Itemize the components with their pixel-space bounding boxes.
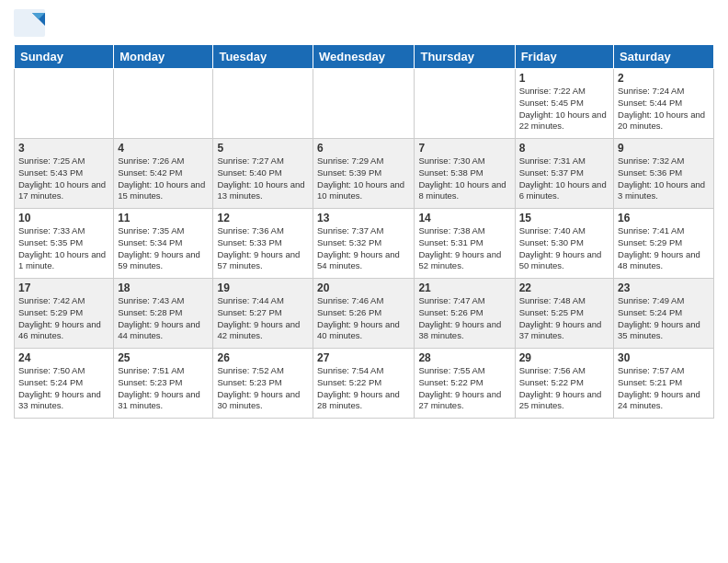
day-info: Sunrise: 7:30 AM Sunset: 5:38 PM Dayligh…: [418, 155, 510, 202]
day-info: Sunrise: 7:41 AM Sunset: 5:29 PM Dayligh…: [618, 225, 710, 272]
day-number: 14: [418, 212, 510, 224]
day-info: Sunrise: 7:48 AM Sunset: 5:25 PM Dayligh…: [519, 295, 609, 342]
day-number: 3: [18, 142, 109, 155]
calendar-cell: [313, 69, 415, 139]
calendar-cell: 15Sunrise: 7:40 AM Sunset: 5:30 PM Dayli…: [515, 209, 613, 279]
logo-icon: [14, 9, 45, 37]
day-info: Sunrise: 7:32 AM Sunset: 5:36 PM Dayligh…: [618, 155, 710, 202]
calendar-cell: 3Sunrise: 7:25 AM Sunset: 5:43 PM Daylig…: [15, 139, 114, 209]
header-sunday: Sunday: [15, 45, 114, 69]
day-number: 7: [418, 142, 510, 155]
calendar-cell: 17Sunrise: 7:42 AM Sunset: 5:29 PM Dayli…: [15, 279, 114, 349]
calendar-cell: 20Sunrise: 7:46 AM Sunset: 5:26 PM Dayli…: [313, 279, 415, 349]
calendar-cell: 12Sunrise: 7:36 AM Sunset: 5:33 PM Dayli…: [213, 209, 313, 279]
day-number: 21: [418, 282, 510, 294]
day-number: 15: [519, 212, 609, 224]
calendar-week-row: 1Sunrise: 7:22 AM Sunset: 5:45 PM Daylig…: [15, 69, 714, 139]
day-number: 5: [217, 142, 309, 155]
day-number: 11: [118, 212, 209, 224]
day-number: 1: [519, 72, 609, 85]
calendar-cell: 26Sunrise: 7:52 AM Sunset: 5:23 PM Dayli…: [213, 349, 313, 419]
day-info: Sunrise: 7:54 AM Sunset: 5:22 PM Dayligh…: [317, 365, 410, 412]
calendar-week-row: 3Sunrise: 7:25 AM Sunset: 5:43 PM Daylig…: [15, 139, 714, 209]
day-number: 16: [618, 212, 710, 224]
day-info: Sunrise: 7:50 AM Sunset: 5:24 PM Dayligh…: [18, 365, 109, 412]
calendar-cell: [213, 69, 313, 139]
calendar-cell: 13Sunrise: 7:37 AM Sunset: 5:32 PM Dayli…: [313, 209, 415, 279]
day-number: 28: [418, 351, 510, 364]
calendar-cell: 8Sunrise: 7:31 AM Sunset: 5:37 PM Daylig…: [515, 139, 613, 209]
header-tuesday: Tuesday: [213, 45, 313, 69]
calendar-table: Sunday Monday Tuesday Wednesday Thursday…: [14, 44, 714, 419]
page-header: [14, 9, 714, 37]
calendar-cell: 27Sunrise: 7:54 AM Sunset: 5:22 PM Dayli…: [313, 349, 415, 419]
calendar-cell: 2Sunrise: 7:24 AM Sunset: 5:44 PM Daylig…: [614, 69, 714, 139]
day-number: 2: [618, 72, 710, 85]
calendar-cell: 5Sunrise: 7:27 AM Sunset: 5:40 PM Daylig…: [213, 139, 313, 209]
day-number: 9: [618, 142, 710, 155]
calendar-cell: 6Sunrise: 7:29 AM Sunset: 5:39 PM Daylig…: [313, 139, 415, 209]
calendar-cell: 25Sunrise: 7:51 AM Sunset: 5:23 PM Dayli…: [114, 349, 213, 419]
day-info: Sunrise: 7:51 AM Sunset: 5:23 PM Dayligh…: [118, 365, 209, 412]
calendar-cell: 29Sunrise: 7:56 AM Sunset: 5:22 PM Dayli…: [515, 349, 613, 419]
logo: [14, 9, 45, 37]
day-number: 6: [317, 142, 410, 155]
day-info: Sunrise: 7:43 AM Sunset: 5:28 PM Dayligh…: [118, 295, 209, 342]
calendar-week-row: 24Sunrise: 7:50 AM Sunset: 5:24 PM Dayli…: [15, 349, 714, 419]
day-number: 8: [519, 142, 609, 155]
day-number: 19: [217, 282, 309, 294]
calendar-cell: 30Sunrise: 7:57 AM Sunset: 5:21 PM Dayli…: [614, 349, 714, 419]
day-info: Sunrise: 7:55 AM Sunset: 5:22 PM Dayligh…: [418, 365, 510, 412]
day-number: 23: [618, 282, 710, 294]
calendar-cell: 22Sunrise: 7:48 AM Sunset: 5:25 PM Dayli…: [515, 279, 613, 349]
day-info: Sunrise: 7:27 AM Sunset: 5:40 PM Dayligh…: [217, 155, 309, 202]
day-number: 25: [118, 351, 209, 364]
day-info: Sunrise: 7:40 AM Sunset: 5:30 PM Dayligh…: [519, 225, 609, 272]
calendar-week-row: 10Sunrise: 7:33 AM Sunset: 5:35 PM Dayli…: [15, 209, 714, 279]
day-info: Sunrise: 7:37 AM Sunset: 5:32 PM Dayligh…: [317, 225, 410, 272]
weekday-header-row: Sunday Monday Tuesday Wednesday Thursday…: [15, 45, 714, 69]
day-number: 10: [18, 212, 109, 224]
day-info: Sunrise: 7:36 AM Sunset: 5:33 PM Dayligh…: [217, 225, 309, 272]
calendar-cell: 16Sunrise: 7:41 AM Sunset: 5:29 PM Dayli…: [614, 209, 714, 279]
day-number: 4: [118, 142, 209, 155]
day-info: Sunrise: 7:57 AM Sunset: 5:21 PM Dayligh…: [618, 365, 710, 412]
day-number: 27: [317, 351, 410, 364]
calendar-cell: 19Sunrise: 7:44 AM Sunset: 5:27 PM Dayli…: [213, 279, 313, 349]
calendar-cell: 14Sunrise: 7:38 AM Sunset: 5:31 PM Dayli…: [415, 209, 515, 279]
day-info: Sunrise: 7:44 AM Sunset: 5:27 PM Dayligh…: [217, 295, 309, 342]
day-info: Sunrise: 7:49 AM Sunset: 5:24 PM Dayligh…: [618, 295, 710, 342]
calendar-week-row: 17Sunrise: 7:42 AM Sunset: 5:29 PM Dayli…: [15, 279, 714, 349]
day-number: 12: [217, 212, 309, 224]
calendar-cell: [15, 69, 114, 139]
day-number: 22: [519, 282, 609, 294]
day-info: Sunrise: 7:35 AM Sunset: 5:34 PM Dayligh…: [118, 225, 209, 272]
calendar-cell: 7Sunrise: 7:30 AM Sunset: 5:38 PM Daylig…: [415, 139, 515, 209]
calendar-cell: 1Sunrise: 7:22 AM Sunset: 5:45 PM Daylig…: [515, 69, 613, 139]
day-number: 29: [519, 351, 609, 364]
calendar-cell: 28Sunrise: 7:55 AM Sunset: 5:22 PM Dayli…: [415, 349, 515, 419]
day-info: Sunrise: 7:56 AM Sunset: 5:22 PM Dayligh…: [519, 365, 609, 412]
calendar-cell: 24Sunrise: 7:50 AM Sunset: 5:24 PM Dayli…: [15, 349, 114, 419]
calendar-cell: [415, 69, 515, 139]
day-number: 26: [217, 351, 309, 364]
day-info: Sunrise: 7:22 AM Sunset: 5:45 PM Dayligh…: [519, 86, 609, 132]
day-number: 17: [18, 282, 109, 294]
calendar-cell: 23Sunrise: 7:49 AM Sunset: 5:24 PM Dayli…: [614, 279, 714, 349]
calendar-cell: [114, 69, 213, 139]
header-wednesday: Wednesday: [313, 45, 415, 69]
calendar-cell: 9Sunrise: 7:32 AM Sunset: 5:36 PM Daylig…: [614, 139, 714, 209]
day-info: Sunrise: 7:33 AM Sunset: 5:35 PM Dayligh…: [18, 225, 109, 272]
day-number: 20: [317, 282, 410, 294]
day-info: Sunrise: 7:42 AM Sunset: 5:29 PM Dayligh…: [18, 295, 109, 342]
day-info: Sunrise: 7:25 AM Sunset: 5:43 PM Dayligh…: [18, 155, 109, 202]
day-info: Sunrise: 7:29 AM Sunset: 5:39 PM Dayligh…: [317, 155, 410, 202]
calendar-cell: 18Sunrise: 7:43 AM Sunset: 5:28 PM Dayli…: [114, 279, 213, 349]
day-info: Sunrise: 7:31 AM Sunset: 5:37 PM Dayligh…: [519, 155, 609, 202]
day-number: 13: [317, 212, 410, 224]
calendar-cell: 4Sunrise: 7:26 AM Sunset: 5:42 PM Daylig…: [114, 139, 213, 209]
day-number: 30: [618, 351, 710, 364]
header-friday: Friday: [515, 45, 613, 69]
calendar-page: Sunday Monday Tuesday Wednesday Thursday…: [0, 0, 728, 563]
header-monday: Monday: [114, 45, 213, 69]
